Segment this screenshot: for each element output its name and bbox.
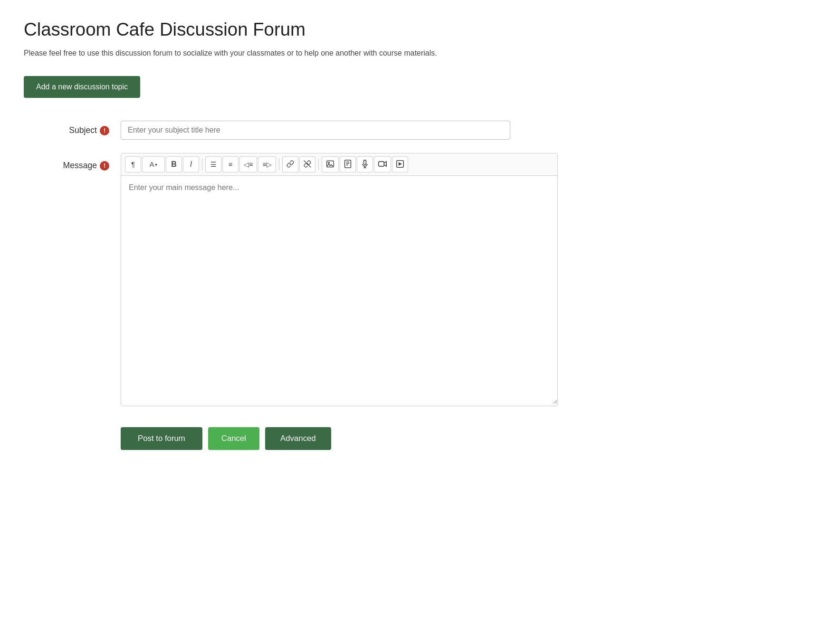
- toolbar-separator-1: [202, 159, 202, 170]
- cancel-button[interactable]: Cancel: [208, 427, 259, 450]
- link-button[interactable]: [282, 156, 298, 172]
- record-audio-button[interactable]: [357, 156, 373, 172]
- svg-point-2: [328, 162, 329, 163]
- page-title: Classroom Cafe Discussion Forum: [24, 19, 816, 40]
- bold-button[interactable]: B: [166, 156, 182, 172]
- svg-rect-10: [379, 162, 384, 166]
- subject-input[interactable]: [121, 121, 510, 140]
- subject-required-icon: !: [100, 126, 109, 135]
- ordered-list-icon: ≡: [229, 161, 232, 168]
- toolbar-separator-3: [318, 159, 319, 170]
- content-icon: [396, 160, 404, 169]
- subject-row: Subject !: [52, 121, 717, 140]
- message-required-icon: !: [100, 161, 109, 171]
- chevron-down-icon: ▾: [155, 162, 157, 167]
- outdent-button[interactable]: ◁≡: [239, 156, 257, 172]
- insert-image-icon: [326, 160, 334, 169]
- toolbar-separator-2: [279, 159, 279, 170]
- italic-button[interactable]: I: [183, 156, 199, 172]
- unlink-button[interactable]: [299, 156, 315, 172]
- add-topic-button[interactable]: Add a new discussion topic: [24, 76, 140, 98]
- advanced-button[interactable]: Advanced: [265, 427, 331, 450]
- content-button[interactable]: [392, 156, 408, 172]
- link-icon: [286, 160, 294, 169]
- message-textarea[interactable]: [121, 176, 557, 404]
- post-to-forum-button[interactable]: Post to forum: [121, 427, 202, 450]
- unordered-list-icon: ☰: [210, 161, 217, 168]
- ordered-list-button[interactable]: ≡: [222, 156, 239, 172]
- indent-button[interactable]: ≡▷: [258, 156, 276, 172]
- record-video-button[interactable]: [374, 156, 391, 172]
- subject-label-group: Subject !: [52, 121, 109, 135]
- indent-icon: ≡▷: [262, 161, 271, 168]
- font-label: A: [150, 161, 154, 168]
- video-camera-icon: [378, 161, 387, 169]
- page-description: Please feel free to use this discussion …: [24, 48, 816, 59]
- message-label: Message: [63, 161, 97, 171]
- unordered-list-button[interactable]: ☰: [205, 156, 221, 172]
- message-editor: ¶ A ▾ B I ☰ ≡: [121, 153, 558, 406]
- insert-image-button[interactable]: [322, 156, 339, 172]
- bold-icon: B: [171, 160, 177, 169]
- unlink-icon: [304, 160, 311, 169]
- form-actions: Post to forum Cancel Advanced: [121, 427, 717, 450]
- microphone-icon: [362, 160, 368, 170]
- svg-rect-7: [363, 160, 366, 164]
- italic-icon: I: [190, 160, 192, 169]
- discussion-form: Subject ! Message ! ¶ A ▾ B: [52, 121, 717, 450]
- font-button[interactable]: A ▾: [142, 156, 165, 172]
- format-paragraph-icon: ¶: [131, 161, 135, 168]
- editor-toolbar: ¶ A ▾ B I ☰ ≡: [121, 153, 557, 176]
- outdent-icon: ◁≡: [244, 161, 253, 168]
- message-label-group: Message !: [52, 153, 109, 171]
- insert-media-button[interactable]: [340, 156, 356, 172]
- format-paragraph-button[interactable]: ¶: [125, 156, 141, 172]
- subject-label: Subject: [69, 125, 97, 135]
- message-row: Message ! ¶ A ▾ B I: [52, 153, 717, 406]
- insert-media-icon: [344, 160, 352, 170]
